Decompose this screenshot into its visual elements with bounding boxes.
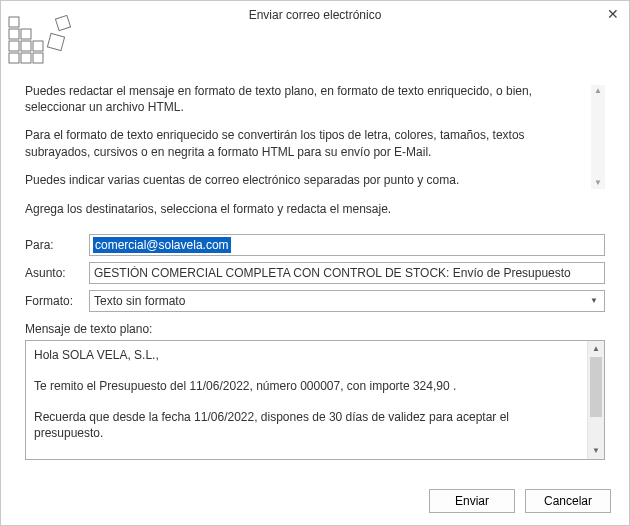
- title-bar: Enviar correo electrónico ✕: [1, 1, 629, 29]
- scrollbar-thumb[interactable]: [590, 357, 602, 417]
- svg-rect-3: [9, 41, 19, 51]
- message-label: Mensaje de texto plano:: [25, 322, 605, 336]
- svg-rect-7: [21, 53, 31, 63]
- scroll-up-icon[interactable]: ▲: [592, 341, 600, 357]
- intro-paragraph: Puedes redactar el mensaje en formato de…: [25, 83, 585, 115]
- intro-paragraph: Para el formato de texto enriquecido se …: [25, 127, 585, 159]
- scroll-down-icon[interactable]: ▼: [594, 177, 602, 189]
- intro-scrollbar[interactable]: ▲ ▼: [591, 85, 605, 189]
- intro-text-block: Puedes redactar el mensaje en formato de…: [25, 83, 605, 188]
- send-button[interactable]: Enviar: [429, 489, 515, 513]
- scroll-up-icon[interactable]: ▲: [594, 85, 602, 97]
- message-box[interactable]: Hola SOLA VELA, S.L., Te remito el Presu…: [25, 340, 605, 460]
- window-title: Enviar correo electrónico: [249, 8, 382, 22]
- to-label: Para:: [25, 238, 89, 252]
- subject-label: Asunto:: [25, 266, 89, 280]
- format-label: Formato:: [25, 294, 89, 308]
- chevron-down-icon[interactable]: ▼: [585, 292, 603, 310]
- svg-rect-9: [47, 33, 64, 50]
- scroll-down-icon[interactable]: ▼: [592, 443, 600, 459]
- close-icon[interactable]: ✕: [603, 5, 623, 25]
- message-scrollbar[interactable]: ▲ ▼: [587, 341, 604, 459]
- scrollbar-track[interactable]: [588, 357, 604, 443]
- svg-rect-1: [9, 29, 19, 39]
- intro-paragraph: Puedes indicar varias cuentas de correo …: [25, 172, 585, 188]
- svg-rect-4: [21, 41, 31, 51]
- recipients-hint: Agrega los destinatarios, selecciona el …: [25, 202, 605, 216]
- to-field[interactable]: comercial@solavela.com: [89, 234, 605, 256]
- message-textarea[interactable]: Hola SOLA VELA, S.L., Te remito el Presu…: [26, 341, 587, 459]
- format-select[interactable]: [89, 290, 605, 312]
- svg-rect-5: [33, 41, 43, 51]
- svg-rect-8: [33, 53, 43, 63]
- svg-rect-6: [9, 53, 19, 63]
- to-value-selected[interactable]: comercial@solavela.com: [93, 237, 231, 253]
- subject-input[interactable]: [89, 262, 605, 284]
- svg-rect-2: [21, 29, 31, 39]
- cancel-button[interactable]: Cancelar: [525, 489, 611, 513]
